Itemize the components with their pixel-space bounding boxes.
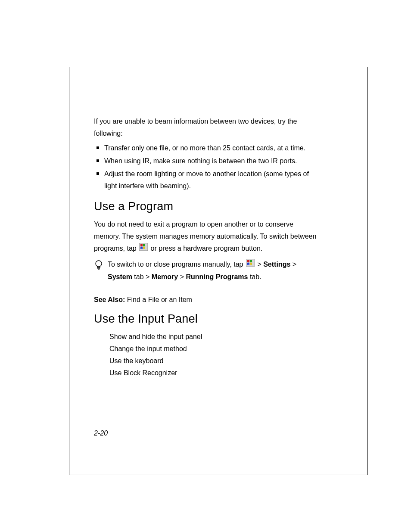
text-fragment: > (255, 261, 263, 268)
text-fragment: or press a hardware program button. (149, 245, 262, 252)
list-item: Use the keyboard (109, 355, 321, 367)
tip-text: To switch to or close programs manually,… (108, 258, 321, 283)
page-number: 2-20 (94, 429, 108, 437)
svg-point-1 (96, 261, 102, 267)
lightbulb-icon (94, 259, 103, 272)
bold-memory: Memory (152, 273, 178, 280)
list-item: Use Block Recognizer (109, 367, 321, 379)
heading-use-a-program: Use a Program (94, 200, 321, 213)
heading-use-input-panel: Use the Input Panel (94, 312, 321, 326)
bold-settings: Settings (263, 261, 290, 268)
see-also-text: Find a File or an Item (125, 296, 192, 303)
input-panel-topics: Show and hide the input panel Change the… (109, 331, 321, 379)
list-item: Show and hide the input panel (109, 331, 321, 343)
bold-running-programs: Running Programs (186, 273, 248, 280)
list-item: Adjust the room lighting or move to anot… (94, 168, 321, 192)
use-program-paragraph: You do not need to exit a program to ope… (94, 218, 321, 255)
troubleshoot-list: Transfer only one file, or no more than … (94, 142, 321, 192)
text-fragment: tab > (132, 273, 152, 280)
intro-paragraph: If you are unable to beam information be… (94, 115, 321, 140)
text-fragment: To switch to or close programs manually,… (108, 261, 245, 268)
windows-flag-icon (139, 243, 148, 255)
page-content: If you are unable to beam information be… (94, 115, 321, 379)
see-also-label: See Also: (94, 296, 125, 303)
list-item: Transfer only one file, or no more than … (94, 142, 321, 154)
text-fragment: tab. (248, 273, 261, 280)
tip-block: To switch to or close programs manually,… (94, 258, 321, 283)
bold-system: System (108, 273, 132, 280)
text-fragment: > (178, 273, 186, 280)
list-item: When using IR, make sure nothing is betw… (94, 155, 321, 167)
page: If you are unable to beam information be… (0, 0, 411, 532)
list-item: Change the input method (109, 343, 321, 355)
text-fragment: > (290, 261, 296, 268)
see-also: See Also: Find a File or an Item (94, 296, 321, 304)
windows-flag-icon (246, 258, 255, 271)
